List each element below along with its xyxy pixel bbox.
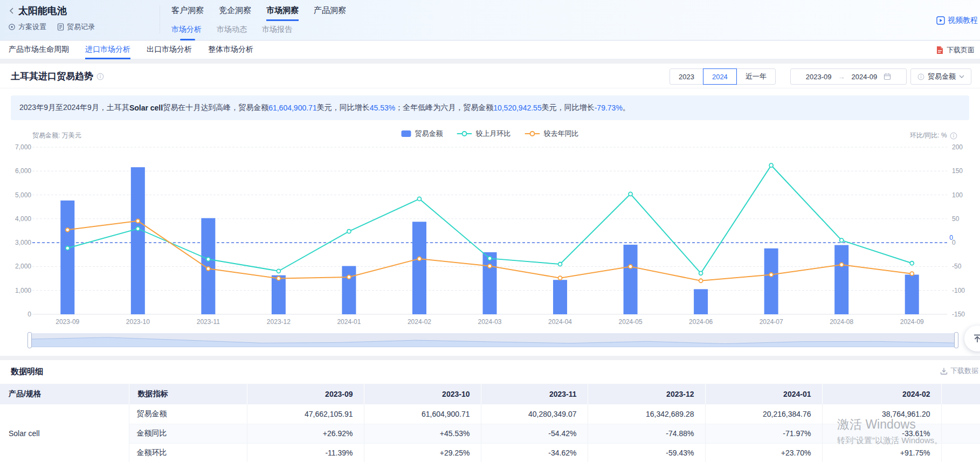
bar[interactable] <box>764 249 778 314</box>
right-axis-tick: 50 <box>952 215 960 223</box>
subtab-market-dynamics[interactable]: 市场动态 <box>217 25 247 35</box>
metric-label: 贸易金额 <box>928 72 956 81</box>
zero-line-label: 0 <box>949 234 953 242</box>
data-point[interactable] <box>488 257 492 260</box>
tab-customer-insight[interactable]: 客户洞察 <box>171 5 204 21</box>
bar[interactable] <box>694 289 708 314</box>
data-point[interactable] <box>629 265 632 268</box>
data-point[interactable] <box>558 276 562 280</box>
video-tutorial-link[interactable]: 视频教程 <box>936 16 978 25</box>
nav-import-analysis[interactable]: 进口市场分析 <box>85 41 130 59</box>
nav-export-analysis[interactable]: 出口市场分析 <box>147 41 192 59</box>
bar[interactable] <box>553 280 567 314</box>
left-axis-tick: 7,000 <box>15 143 31 151</box>
year-2023-button[interactable]: 2023 <box>670 68 703 85</box>
data-point[interactable] <box>840 263 844 266</box>
data-point[interactable] <box>629 192 632 196</box>
recent-year-button[interactable]: 近一年 <box>736 68 776 85</box>
value-cell: -71.97% <box>705 424 822 443</box>
tab-competitor-insight[interactable]: 竞企洞察 <box>219 5 251 21</box>
bar[interactable] <box>834 245 848 314</box>
pdf-icon <box>936 46 944 54</box>
bar[interactable] <box>342 266 356 314</box>
data-point[interactable] <box>347 230 351 233</box>
tab-product-insight[interactable]: 产品洞察 <box>314 5 346 21</box>
download-data-button[interactable]: 下载数据 <box>940 366 978 376</box>
data-point[interactable] <box>206 257 210 261</box>
legend-item[interactable]: 较上月环比 <box>457 129 511 139</box>
trend-chart-card: 土耳其进口贸易趋势 2023 2024 近一年 2023-09 → 2024-0… <box>0 64 980 356</box>
legend-item[interactable]: 贸易金额 <box>402 129 443 139</box>
subtab-market-report[interactable]: 市场报告 <box>262 25 292 35</box>
data-point[interactable] <box>769 163 773 167</box>
chart-legend: 贸易金额较上月环比较去年同比 <box>402 129 579 139</box>
left-axis-tick: 5,000 <box>15 191 31 199</box>
data-point[interactable] <box>699 271 703 275</box>
bar[interactable] <box>905 274 919 314</box>
table-row: 金额同比+26.92%+45.53%-54.42%-74.88%-71.97%-… <box>0 424 980 443</box>
right-axis-tick: 200 <box>952 143 963 151</box>
data-point[interactable] <box>206 267 210 271</box>
data-point[interactable] <box>66 228 70 232</box>
plan-settings-button[interactable]: 方案设置 <box>8 22 46 32</box>
column-header: 数据指标 <box>129 384 247 404</box>
column-header: 2024-01 <box>705 384 822 404</box>
data-point[interactable] <box>347 275 351 279</box>
data-point[interactable] <box>910 261 914 265</box>
bar[interactable] <box>201 218 215 314</box>
bar[interactable] <box>272 275 286 314</box>
x-axis-label: 2024-04 <box>548 318 572 326</box>
bar[interactable] <box>131 167 145 314</box>
document-icon <box>57 23 64 31</box>
data-point[interactable] <box>136 227 140 231</box>
bar[interactable] <box>412 222 426 314</box>
table-row: Solar cell贸易金额47,662,105.9161,604,900.71… <box>0 404 980 424</box>
subtab-active-indicator <box>180 39 195 40</box>
chart-range-slider[interactable] <box>30 333 956 347</box>
analysis-nav-items: 产品市场生命周期 进口市场分析 出口市场分析 整体市场分析 <box>9 41 253 59</box>
legend-bar-marker <box>402 130 411 137</box>
empty-cell <box>941 443 980 462</box>
summary-part: -79.73% <box>595 104 623 112</box>
nav-product-lifecycle[interactable]: 产品市场生命周期 <box>9 41 69 59</box>
nav-overall-analysis[interactable]: 整体市场分析 <box>208 41 253 59</box>
metric-dropdown[interactable]: 贸易金额 <box>910 68 971 85</box>
x-axis-label: 2024-06 <box>689 318 713 326</box>
data-point[interactable] <box>417 197 421 201</box>
x-axis-label: 2023-09 <box>56 318 79 326</box>
plan-settings-label: 方案设置 <box>18 22 46 32</box>
slider-handle-right[interactable] <box>954 332 958 348</box>
data-point[interactable] <box>488 264 492 268</box>
tab-market-insight[interactable]: 市场洞察 <box>266 5 299 21</box>
back-button[interactable] <box>9 7 15 17</box>
data-point[interactable] <box>66 246 70 250</box>
bar[interactable] <box>60 201 74 314</box>
x-axis-label: 2024-02 <box>408 318 431 326</box>
data-point[interactable] <box>910 272 914 275</box>
data-point[interactable] <box>699 279 703 282</box>
info-icon[interactable] <box>96 73 104 80</box>
download-page-button[interactable]: 下载页面 <box>936 41 975 59</box>
trade-records-button[interactable]: 贸易记录 <box>57 22 95 32</box>
info-icon[interactable] <box>950 132 957 140</box>
subtab-market-analysis[interactable]: 市场分析 <box>171 25 202 35</box>
indicator-cell: 金额环比 <box>129 443 247 462</box>
data-point[interactable] <box>277 269 280 273</box>
info-icon <box>917 73 924 80</box>
year-2024-button[interactable]: 2024 <box>703 68 737 85</box>
bar[interactable] <box>624 245 638 314</box>
data-point[interactable] <box>277 277 280 280</box>
slider-handle-left[interactable] <box>27 332 32 348</box>
data-point[interactable] <box>136 219 140 223</box>
legend-item[interactable]: 较去年同比 <box>525 129 579 139</box>
data-point[interactable] <box>769 273 773 277</box>
data-point[interactable] <box>417 257 421 260</box>
bar[interactable] <box>483 252 497 314</box>
right-axis-unit-text: 环比/同比: % <box>910 131 947 140</box>
data-point[interactable] <box>840 238 844 242</box>
date-range-picker[interactable]: 2023-09 → 2024-09 <box>790 68 907 85</box>
value-cell: 40,280,349.07 <box>481 404 588 424</box>
value-cell: 38,764,961.20 <box>822 404 941 424</box>
x-axis-label: 2023-10 <box>126 318 150 326</box>
data-point[interactable] <box>558 263 562 266</box>
